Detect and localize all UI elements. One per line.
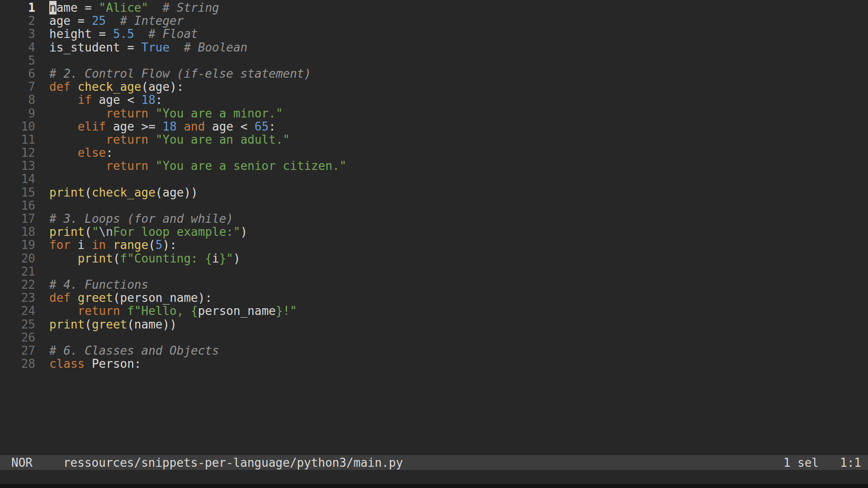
code-token	[148, 159, 156, 173]
window-edge	[0, 484, 868, 488]
code-token: For loop example:"	[113, 225, 241, 239]
code-token: (age):	[142, 80, 184, 94]
line-number: 5	[0, 54, 35, 67]
code-token: check_age	[92, 186, 156, 199]
code-line[interactable]: 24 return f"Hello, {person_name}!"	[0, 305, 868, 318]
code-line[interactable]: 25print(greet(name))	[0, 318, 868, 331]
code-token: )	[233, 252, 241, 265]
code-area[interactable]: 1name = "Alice" # String2age = 25 # Inte…	[0, 0, 868, 455]
code-token	[148, 133, 156, 146]
code-token	[49, 120, 78, 133]
line-number: 9	[0, 107, 35, 120]
code-line[interactable]: 16	[0, 199, 868, 212]
code-token: ame =	[57, 1, 99, 14]
code-token: }!"	[276, 304, 297, 318]
code-token	[170, 41, 184, 54]
code-token: return	[78, 304, 120, 318]
code-text: is_student = True # Boolean	[49, 41, 247, 54]
code-token: "You are a senior citizen."	[156, 159, 347, 173]
code-line[interactable]: 3height = 5.5 # Float	[0, 28, 868, 41]
code-token	[71, 291, 78, 305]
line-number: 26	[0, 331, 35, 344]
line-number: 12	[0, 146, 35, 160]
code-line[interactable]: 14	[0, 173, 868, 186]
code-text: class Person:	[49, 357, 142, 371]
code-text: # 2. Control Flow (if-else statement)	[49, 67, 311, 80]
code-token: i	[212, 252, 219, 265]
line-number: 8	[0, 94, 35, 107]
code-text: return "You are a minor."	[49, 107, 283, 120]
code-token: (	[85, 186, 92, 199]
line-number: 13	[0, 160, 35, 173]
mode-indicator: NOR	[11, 456, 33, 469]
code-token	[49, 252, 78, 265]
line-number: 24	[0, 305, 35, 318]
code-token: f"Counting: {	[120, 252, 212, 265]
code-line[interactable]: 4is_student = True # Boolean	[0, 41, 868, 54]
code-token	[49, 304, 78, 318]
code-token: age =	[49, 14, 92, 28]
code-text: height = 5.5 # Float	[49, 28, 198, 41]
code-token: print	[78, 252, 113, 265]
code-line[interactable]: 13 return "You are a senior citizen."	[0, 160, 868, 173]
helix-editor-window: 1name = "Alice" # String2age = 25 # Inte…	[0, 0, 868, 488]
code-line[interactable]: 12 else:	[0, 146, 868, 160]
code-token: in	[92, 238, 106, 252]
code-line[interactable]: 15print(check_age(age))	[0, 186, 868, 199]
code-token: # 6. Classes and Objects	[49, 344, 219, 357]
code-text: elif age >= 18 and age < 65:	[49, 120, 276, 133]
code-line[interactable]: 11 return "You are an adult."	[0, 133, 868, 146]
code-line[interactable]: 19for i in range(5):	[0, 239, 868, 252]
code-line[interactable]: 22# 4. Functions	[0, 278, 868, 291]
code-line[interactable]: 10 elif age >= 18 and age < 65:	[0, 120, 868, 133]
code-token: # 2. Control Flow (if-else statement)	[49, 67, 311, 80]
code-token: return	[106, 133, 148, 146]
line-number: 7	[0, 80, 35, 94]
code-line[interactable]: 5	[0, 54, 868, 67]
code-line[interactable]: 1name = "Alice" # String	[0, 1, 868, 14]
code-line[interactable]: 21	[0, 265, 868, 278]
code-line[interactable]: 28class Person:	[0, 357, 868, 371]
code-line[interactable]: 18print("\nFor loop example:")	[0, 225, 868, 239]
code-line[interactable]: 27# 6. Classes and Objects	[0, 344, 868, 357]
code-token: 5.5	[113, 27, 134, 41]
line-number: 18	[0, 225, 35, 239]
command-line[interactable]	[0, 470, 868, 484]
code-text: if age < 18:	[49, 94, 162, 107]
code-token: (	[85, 225, 92, 239]
code-token: greet	[78, 291, 113, 305]
code-line[interactable]: 17# 3. Loops (for and while)	[0, 212, 868, 225]
code-token: if	[78, 93, 92, 107]
code-text: print(check_age(age))	[49, 186, 198, 199]
line-number: 1	[0, 1, 35, 14]
code-line[interactable]: 2age = 25 # Integer	[0, 14, 868, 28]
code-token: # 4. Functions	[49, 278, 148, 291]
code-token: 65	[255, 120, 269, 133]
code-token	[148, 107, 156, 120]
code-token: else	[78, 146, 106, 160]
code-line[interactable]: 9 return "You are a minor."	[0, 107, 868, 120]
code-line[interactable]: 6# 2. Control Flow (if-else statement)	[0, 67, 868, 80]
line-number: 21	[0, 265, 35, 278]
file-path: ressources/snippets-per-language/python3…	[63, 456, 403, 469]
code-line[interactable]: 23def greet(person_name):	[0, 291, 868, 305]
code-token: and	[184, 120, 205, 133]
code-token: # String	[162, 1, 219, 14]
line-number: 4	[0, 41, 35, 54]
code-token: 5	[156, 238, 163, 252]
line-number: 2	[0, 14, 35, 28]
code-line[interactable]: 20 print(f"Counting: {i}")	[0, 252, 868, 265]
code-token: for	[49, 238, 71, 252]
code-token	[85, 357, 92, 371]
code-line[interactable]: 26	[0, 331, 868, 344]
line-number: 20	[0, 252, 35, 265]
code-token: age <	[92, 93, 142, 107]
code-text: age = 25 # Integer	[49, 14, 184, 28]
code-token	[49, 107, 106, 120]
code-token: :	[106, 146, 113, 160]
code-token	[49, 146, 78, 160]
code-line[interactable]: 8 if age < 18:	[0, 94, 868, 107]
code-token: age >=	[106, 120, 162, 133]
code-line[interactable]: 7def check_age(age):	[0, 80, 868, 94]
code-token	[148, 1, 162, 14]
